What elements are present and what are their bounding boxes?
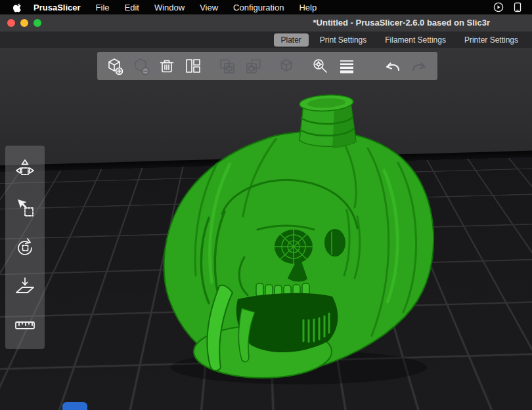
place-on-face-tool-button[interactable] <box>10 272 40 302</box>
add-button[interactable] <box>101 53 127 79</box>
redo-button[interactable] <box>406 53 432 79</box>
window-titlebar: *Untitled - PrusaSlicer-2.6.0 based on S… <box>0 14 532 31</box>
measure-tool-button[interactable] <box>10 310 40 340</box>
menu-item-view[interactable]: View <box>200 3 218 12</box>
rotate-icon <box>14 236 36 258</box>
menu-app-name[interactable]: PrusaSlicer <box>33 3 81 12</box>
add-instance-button[interactable] <box>273 53 299 79</box>
undo-button[interactable] <box>380 53 406 79</box>
add-instance-icon <box>277 56 296 76</box>
move-tool-button[interactable] <box>10 154 40 184</box>
variable-layer-height-button[interactable] <box>334 53 360 79</box>
settings-tabbar: Plater Print Settings Filament Settings … <box>0 31 532 48</box>
play-circle-icon[interactable] <box>493 2 504 12</box>
tab-print-settings[interactable]: Print Settings <box>313 33 374 47</box>
tab-printer-settings[interactable]: Printer Settings <box>457 33 525 47</box>
window-title: *Untitled - PrusaSlicer-2.6.0 based on S… <box>313 18 490 28</box>
redo-icon <box>409 56 430 76</box>
trash-icon <box>157 56 177 76</box>
move-icon <box>14 158 36 180</box>
delete-button[interactable] <box>127 53 154 79</box>
search-button[interactable] <box>307 53 334 79</box>
gizmo-toolbar <box>5 146 45 349</box>
pumpkin-skull-model[interactable] <box>0 48 532 410</box>
menu-item-help[interactable]: Help <box>299 3 317 12</box>
scale-tool-button[interactable] <box>10 193 40 223</box>
menu-item-edit[interactable]: Edit <box>125 3 139 12</box>
undo-icon <box>382 56 403 76</box>
prusaslicer-window: { "menubar": { "app_name": "PrusaSlicer"… <box>0 0 532 410</box>
macos-menubar: PrusaSlicer File Edit Window View Config… <box>0 0 532 14</box>
tab-plater[interactable]: Plater <box>274 33 309 47</box>
copy-button[interactable] <box>214 53 240 79</box>
paste-icon <box>244 56 263 76</box>
menu-item-window[interactable]: Window <box>154 3 185 12</box>
window-controls <box>7 19 41 27</box>
menu-item-file[interactable]: File <box>96 3 110 12</box>
paste-button[interactable] <box>240 53 267 79</box>
zoom-window-button[interactable] <box>33 19 41 27</box>
measure-icon <box>14 314 36 337</box>
place-on-face-icon <box>14 276 36 298</box>
layers-icon <box>337 56 357 76</box>
add-icon <box>104 56 124 76</box>
3d-viewport[interactable]: Prusa MK4 <box>0 48 532 410</box>
minimize-window-button[interactable] <box>20 19 28 27</box>
menubar-status-area <box>493 2 521 12</box>
delete-icon <box>131 56 150 76</box>
rotate-tool-button[interactable] <box>10 232 40 262</box>
plater-toolbar <box>97 52 437 80</box>
scale-icon <box>14 197 36 219</box>
device-icon[interactable] <box>514 2 521 12</box>
arrange-button[interactable] <box>180 53 206 79</box>
copy-icon <box>217 56 237 76</box>
arrange-icon <box>183 56 203 76</box>
apple-menu-icon[interactable] <box>13 3 22 12</box>
bottom-view-button[interactable] <box>62 402 87 410</box>
close-window-button[interactable] <box>7 19 15 27</box>
delete-all-button[interactable] <box>154 53 180 79</box>
search-icon <box>311 56 330 76</box>
menu-item-configuration[interactable]: Configuration <box>233 3 284 12</box>
tab-filament-settings[interactable]: Filament Settings <box>378 33 453 47</box>
